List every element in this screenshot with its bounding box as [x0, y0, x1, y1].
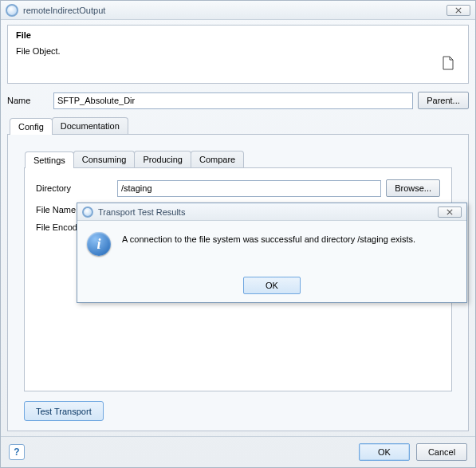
dialog-close-button[interactable]: [438, 206, 462, 218]
browse-button[interactable]: Browse...: [386, 179, 440, 197]
tab-documentation[interactable]: Documentation: [52, 117, 128, 134]
directory-row: Directory Browse...: [36, 179, 440, 197]
directory-label: Directory: [36, 183, 112, 193]
dialog-message: A connection to the file system was succ…: [122, 229, 415, 270]
cancel-button[interactable]: Cancel: [416, 443, 467, 461]
close-button[interactable]: [446, 5, 470, 16]
dialog-ok-button[interactable]: OK: [243, 277, 301, 294]
dialog-app-icon: [82, 206, 93, 218]
description-text: File Object.: [16, 46, 460, 56]
transport-test-dialog: Transport Test Results i A connection to…: [77, 203, 467, 303]
ok-button[interactable]: OK: [359, 443, 410, 461]
description-box: File File Object.: [7, 25, 469, 84]
name-label: Name: [7, 96, 49, 105]
config-bottom-bar: Test Transport: [24, 401, 452, 421]
footer: ? OK Cancel: [1, 436, 475, 467]
outer-tabbar: Config Documentation: [7, 117, 469, 135]
app-icon: [6, 4, 18, 17]
file-icon: [443, 56, 454, 70]
test-transport-button[interactable]: Test Transport: [24, 401, 104, 421]
tab-settings[interactable]: Settings: [25, 151, 74, 168]
directory-input[interactable]: [117, 180, 381, 197]
dialog-title: Transport Test Results: [98, 207, 185, 217]
inner-tabbar: Settings Consuming Producing Compare: [24, 151, 452, 168]
help-button[interactable]: ?: [9, 444, 25, 460]
name-row: Name Parent...: [7, 92, 469, 109]
dialog-body: i A connection to the file system was su…: [77, 221, 466, 273]
parent-button[interactable]: Parent...: [418, 92, 469, 109]
description-heading: File: [16, 30, 460, 40]
dialog-footer: OK: [77, 273, 466, 302]
tab-consuming[interactable]: Consuming: [73, 151, 136, 167]
name-input[interactable]: [53, 92, 413, 109]
info-icon: i: [87, 232, 111, 256]
window-title: remoteIndirectOutput: [23, 6, 105, 15]
tab-producing[interactable]: Producing: [134, 151, 191, 167]
dialog-titlebar: Transport Test Results: [77, 203, 466, 221]
titlebar: remoteIndirectOutput: [1, 1, 475, 20]
tab-compare[interactable]: Compare: [191, 151, 244, 167]
tab-config[interactable]: Config: [10, 118, 53, 135]
